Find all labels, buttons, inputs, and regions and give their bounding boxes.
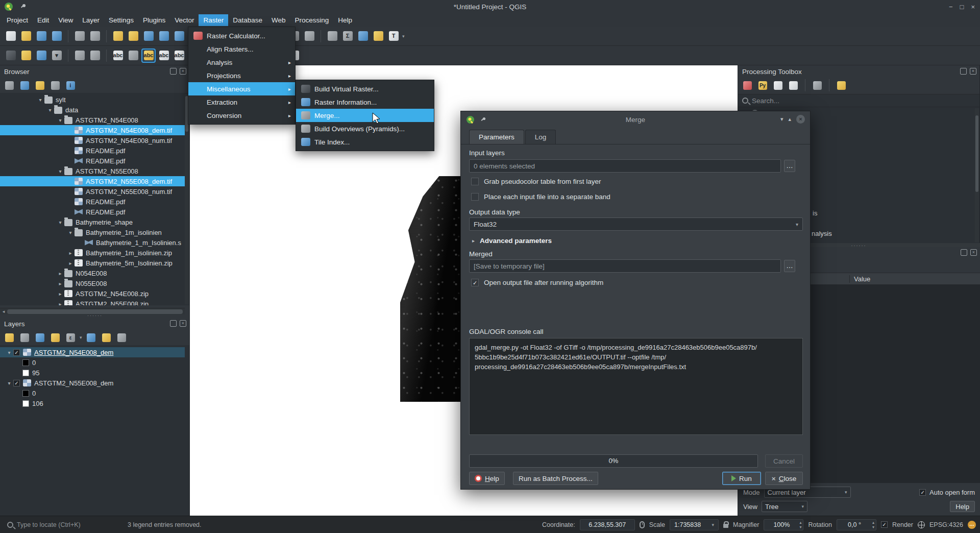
window-minimize-button[interactable]: − xyxy=(949,3,953,11)
input-layers-field[interactable]: 0 elements selected xyxy=(469,159,781,173)
open-project-button[interactable] xyxy=(19,30,33,43)
tree-item-bathymetrie-5m-zip[interactable]: ▸Bathymetrie_5m_Isolinien.zip xyxy=(0,258,185,268)
menu-layer[interactable]: Layer xyxy=(78,14,104,26)
python-scripts-button[interactable]: Py xyxy=(756,79,769,91)
spin-down-icon[interactable]: ▾ xyxy=(799,525,801,529)
tree-item-bathymetrie-1m-zip[interactable]: ▸Bathymetrie_1m_isolinien.zip xyxy=(0,248,185,258)
advanced-parameters-toggle[interactable]: ▸ Advanced parameters xyxy=(472,237,552,245)
auto-open-form-checkbox[interactable]: ✓ xyxy=(919,489,926,496)
collapse-all-button[interactable] xyxy=(101,331,113,344)
pseudocolor-checkbox[interactable] xyxy=(471,178,479,185)
crs-value[interactable]: EPSG:4326 xyxy=(929,521,963,528)
tree-item-n054e008[interactable]: ▸N054E008 xyxy=(0,268,185,278)
statistical-summary-button[interactable]: Σ xyxy=(341,30,354,43)
scale-select[interactable]: 1:735838 ▾ xyxy=(670,519,719,530)
menu-processing[interactable]: Processing xyxy=(290,14,334,26)
add-group-button[interactable] xyxy=(18,331,31,344)
models-button[interactable] xyxy=(741,79,753,91)
tree-item-astgtm2-n54-zip[interactable]: ▸ASTGTM2_N54E008.zip xyxy=(0,288,185,299)
coordinate-field[interactable]: 6.238,55.307 xyxy=(580,519,635,530)
tree-item-n055e008[interactable]: ▸N055E008 xyxy=(0,278,185,288)
magnifier-spinner[interactable]: 100% ▴▾ xyxy=(764,519,803,530)
menu-item-projections[interactable]: Projections▸ xyxy=(188,69,295,82)
console-call-text[interactable]: gdal_merge.py -ot Float32 -of GTiff -o /… xyxy=(469,338,803,435)
menu-project[interactable]: Project xyxy=(2,14,33,26)
tree-item-n55-num-tif[interactable]: ASTGTM2_N55E008_num.tif xyxy=(0,186,185,197)
tree-item-n54-num-tif[interactable]: ASTGTM2_N54E008_num.tif xyxy=(0,135,185,146)
layer-item-n55-dem[interactable]: ▾ ✓ ASTGTM2_N55E008_dem xyxy=(0,378,185,388)
cancel-button[interactable]: Cancel xyxy=(765,454,803,468)
filter-expression-button[interactable]: ε xyxy=(64,331,77,344)
separate-band-checkbox[interactable] xyxy=(471,193,479,201)
toolbox-vertical-scrollbar[interactable] xyxy=(975,108,979,242)
toolbox-float-button[interactable] xyxy=(960,68,967,75)
collapse-all-button[interactable] xyxy=(49,79,61,91)
messages-bubble-icon[interactable]: … xyxy=(968,521,976,529)
results-close-button[interactable]: × xyxy=(970,249,977,256)
menu-item-merge[interactable]: Merge... xyxy=(296,109,434,122)
window-close-button[interactable]: × xyxy=(971,3,975,11)
label-pin-button[interactable]: abc xyxy=(157,49,170,62)
merge-dialog-titlebar[interactable]: Merge ▾ ▴ × xyxy=(461,111,810,128)
tree-item-astgtm2-n55-zip[interactable]: ▸ASTGTM2_N55E008.zip xyxy=(0,299,185,305)
menu-settings[interactable]: Settings xyxy=(104,14,138,26)
merged-browse-button[interactable]: … xyxy=(784,260,795,272)
tree-item-bathymetrie-1m-shp[interactable]: Bathymetrie_1_m_Isolinien.s xyxy=(0,237,185,248)
history-button[interactable] xyxy=(772,79,784,91)
current-edits-button[interactable] xyxy=(4,49,17,62)
scrollbar-thumb[interactable] xyxy=(975,115,978,192)
expression-dropdown-arrow[interactable]: ▾ xyxy=(80,335,82,340)
locate-search-field[interactable]: Type to locate (Ctrl+K) xyxy=(4,519,122,530)
vertex-tool-button[interactable] xyxy=(73,49,86,62)
dialog-minimize-button[interactable]: ▾ xyxy=(780,116,783,123)
tree-item-astgtm2-n54e008[interactable]: ▾ASTGTM2_N54E008 xyxy=(0,115,185,125)
results-viewer-button[interactable] xyxy=(787,79,799,91)
tree-item-data[interactable]: ▾data xyxy=(0,105,185,115)
zoom-full-button[interactable] xyxy=(173,30,186,43)
pseudocolor-checkbox-row[interactable]: Grab pseudocolor table from first layer xyxy=(471,178,601,185)
refresh-button[interactable] xyxy=(18,79,31,91)
digitize-dropdown-button[interactable]: ▾ xyxy=(50,49,63,62)
layer-labeling-button[interactable]: abc xyxy=(111,49,125,62)
run-as-batch-button[interactable]: Run as Batch Process... xyxy=(513,472,598,485)
save-edits-button[interactable] xyxy=(35,49,48,62)
rotation-spinner[interactable]: 0,0 ° ▴▾ xyxy=(837,519,876,530)
view-select[interactable]: Tree▾ xyxy=(762,501,807,512)
menu-database[interactable]: Database xyxy=(228,14,267,26)
label-unpin-button[interactable]: abc xyxy=(173,49,186,62)
manage-visibility-button[interactable] xyxy=(34,331,46,344)
pan-to-selection-button[interactable] xyxy=(127,30,140,43)
spin-down-icon[interactable]: ▾ xyxy=(872,525,874,529)
spin-up-icon[interactable]: ▴ xyxy=(872,520,874,525)
layer-styling-button[interactable] xyxy=(3,331,15,344)
toggle-editing-button[interactable] xyxy=(19,49,33,62)
menu-item-build-virtual-raster[interactable]: Build Virtual Raster... xyxy=(296,82,434,95)
layers-close-button[interactable]: × xyxy=(180,320,186,327)
output-data-type-select[interactable]: Float32 ▾ xyxy=(469,217,803,231)
save-project-as-button[interactable] xyxy=(50,30,63,43)
properties-button[interactable]: i xyxy=(64,79,77,91)
tree-item-n54-dem-tif[interactable]: ASTGTM2_N54E008_dem.tif xyxy=(0,125,185,135)
input-layers-browse-button[interactable]: … xyxy=(784,160,795,172)
menu-item-raster-information[interactable]: Raster Information... xyxy=(296,95,434,109)
open-output-checkbox[interactable]: ✓ xyxy=(471,279,479,286)
results-help-button[interactable]: Help xyxy=(950,501,975,512)
menu-item-tile-index[interactable]: Tile Index... xyxy=(296,135,434,149)
toolbox-close-button[interactable]: × xyxy=(970,68,976,75)
tree-item-readme-vector[interactable]: README.pdf xyxy=(0,156,185,166)
tree-item-bathymetrie-shape[interactable]: ▾Bathymetrie_shape xyxy=(0,217,185,227)
map-tips-button[interactable] xyxy=(372,30,385,43)
browser-vertical-scrollbar[interactable] xyxy=(185,94,189,304)
dialog-maximize-button[interactable]: ▴ xyxy=(788,116,791,123)
help-button[interactable]: Help xyxy=(469,472,505,485)
extents-toggle-icon[interactable] xyxy=(640,521,645,528)
dialog-close-button[interactable]: × xyxy=(796,115,805,124)
layer-visibility-checkbox[interactable]: ✓ xyxy=(13,380,20,386)
render-checkbox[interactable]: ✓ xyxy=(881,521,888,528)
edit-features-in-place-button[interactable] xyxy=(811,79,823,91)
tree-item-readme-vector[interactable]: README.pdf xyxy=(0,207,185,217)
tree-item-bathymetrie-1m-folder[interactable]: ▾Bathymetrie_1m_isolinien xyxy=(0,227,185,237)
menu-raster[interactable]: Raster xyxy=(199,14,228,26)
tree-item-readme-raster[interactable]: README.pdf xyxy=(0,146,185,156)
menu-item-extraction[interactable]: Extraction▸ xyxy=(188,95,295,109)
